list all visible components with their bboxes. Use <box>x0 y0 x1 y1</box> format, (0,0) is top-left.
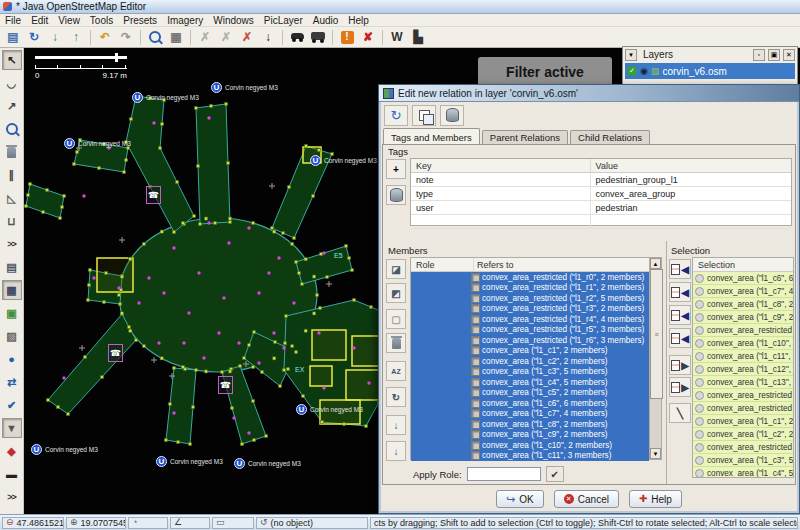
bus-profile-button[interactable] <box>308 28 328 46</box>
window-titlebar[interactable]: * Java OpenStreetMap Editor <box>0 0 800 14</box>
download-members-button[interactable] <box>440 105 464 126</box>
menu-file[interactable]: File <box>0 15 26 26</box>
members-scrollbar[interactable]: ▲ ≡ ▼ <box>649 257 662 460</box>
add-selected-at-end-button[interactable]: ◩ <box>386 283 406 303</box>
draw-node-tool-button[interactable]: ↗ <box>2 96 22 116</box>
selection-row[interactable]: convex_area ("l1_c7", 4 members) <box>693 285 793 298</box>
selection-row[interactable]: convex_area ("l1_c11", 3 members) <box>693 350 793 363</box>
tag-row[interactable]: typeconvex_area_group <box>411 187 791 201</box>
tag-row[interactable]: userpedestrian <box>411 201 791 215</box>
tagging-button[interactable]: ▬ <box>2 464 22 484</box>
tag-row[interactable]: notepedestrian_group_l1 <box>411 173 791 187</box>
select-members-button[interactable] <box>412 105 436 126</box>
tag-row-empty[interactable] <box>411 215 791 229</box>
move-member-up-button[interactable]: ↓ <box>386 415 406 435</box>
search-button[interactable] <box>145 28 165 46</box>
undo-button[interactable]: ↶ <box>95 28 115 46</box>
selection-row[interactable]: convex_area ("l1_c13", 6 members) <box>693 376 793 389</box>
selection-row[interactable]: convex_area ("l1_c6", 6 members) <box>693 272 793 285</box>
member-row[interactable]: convex_area_restricted ("l1_r6", 3 membe… <box>411 335 649 346</box>
parallel-way-tool-button[interactable]: ∥ <box>2 165 22 185</box>
duplicate-member-button[interactable]: ▢ <box>386 309 406 329</box>
member-row[interactable]: convex_area ("l1_c9", 2 members) <box>411 430 649 441</box>
layers-dock-button[interactable]: ▣ <box>768 49 780 61</box>
member-row[interactable]: convex_area ("l1_c8", 2 members) <box>411 419 649 430</box>
delete-tool-button[interactable] <box>2 142 22 162</box>
add-tag-button[interactable]: + <box>386 159 406 179</box>
add-selected-at-start-button[interactable]: ◪ <box>386 259 406 279</box>
improve-accuracy-tool-button[interactable]: ◺ <box>2 188 22 208</box>
delete-tag-button[interactable] <box>386 185 406 205</box>
tab-tags-and-members[interactable]: Tags and Members <box>383 128 480 145</box>
menu-windows[interactable]: Windows <box>208 15 259 26</box>
help-button[interactable]: ✚ Help <box>629 490 682 508</box>
selection-row[interactable]: convex_area_restricted ("l1_r2", 5 membe… <box>693 402 793 415</box>
menu-imagery[interactable]: Imagery <box>162 15 208 26</box>
member-row[interactable]: convex_area_restricted ("l1_r5", 3 membe… <box>411 325 649 336</box>
combine-tool-button[interactable]: ✗ <box>237 28 257 46</box>
member-row[interactable]: convex_area ("l1_c5", 2 members) <box>411 388 649 399</box>
download-data-button[interactable]: ↓ <box>45 28 65 46</box>
more-tools-button[interactable]: >> <box>2 234 22 254</box>
ok-button[interactable]: ↪ OK <box>496 490 544 508</box>
layers-sticky-button[interactable]: ▫ <box>753 49 765 61</box>
refresh-relation-button[interactable]: ↻ <box>384 105 408 126</box>
selection-row[interactable]: convex_area ("l1_c8", 2 members) <box>693 298 793 311</box>
tab-child-relations[interactable]: Child Relations <box>570 130 650 145</box>
validate-button[interactable]: ✔ <box>2 395 22 415</box>
scroll-down-button[interactable]: ▼ <box>650 448 661 459</box>
selection-row[interactable]: convex_area ("l1_c4", 5 members) <box>693 467 793 478</box>
menu-audio[interactable]: Audio <box>308 15 344 26</box>
layers-close-button[interactable]: ✕ <box>783 49 795 61</box>
menu-tools[interactable]: Tools <box>85 15 118 26</box>
tags-table[interactable]: Key Value notepedestrian_group_l1typecon… <box>410 158 792 226</box>
member-row[interactable]: convex_area ("l1_c11", 3 members) <box>411 451 649 462</box>
member-row[interactable]: convex_area ("l1_c2", 2 members) <box>411 356 649 367</box>
menu-piclayer[interactable]: PicLayer <box>259 15 308 26</box>
member-row[interactable]: convex_area ("l1_c1", 2 members) <box>411 346 649 357</box>
histogram-button[interactable]: ▙ <box>408 28 428 46</box>
selection-row[interactable]: convex_area ("l1_c1", 2 members) <box>693 415 793 428</box>
gps-layer-button[interactable]: ● <box>2 349 22 369</box>
layer-active-check-icon[interactable]: ✓ <box>627 66 637 76</box>
redo-button[interactable]: ↷ <box>116 28 136 46</box>
reverse-order-button[interactable]: ↻ <box>386 387 406 407</box>
selection-row[interactable]: convex_area ("l1_c3", 5 members) <box>693 454 793 467</box>
dialog-titlebar[interactable]: Edit new relation in layer 'corvin_v6.os… <box>379 85 799 102</box>
add-before-first-button[interactable]: ◀ <box>669 282 691 302</box>
menu-help[interactable]: Help <box>343 15 374 26</box>
layer-row[interactable]: ✓ ◉ ▧ corvin_v6.osm <box>625 63 795 79</box>
menu-presets[interactable]: Presets <box>118 15 162 26</box>
member-row[interactable]: convex_area_restricted ("l1_r1", 2 membe… <box>411 283 649 294</box>
add-all-at-start-button[interactable]: ◀ <box>669 259 691 279</box>
selection-row[interactable]: convex_area ("l1_c2", 2 members) <box>693 428 793 441</box>
members-table[interactable]: Role Refers to convex_area_restricted ("… <box>410 257 650 460</box>
extrude-tool-button[interactable]: ⊔ <box>2 211 22 231</box>
layer-visibility-eye-icon[interactable]: ◉ <box>640 67 648 76</box>
add-after-last-button[interactable]: ◀ <box>669 305 691 325</box>
selection-table[interactable]: Selection convex_area ("l1_c6", 6 member… <box>692 257 794 478</box>
tab-parent-relations[interactable]: Parent Relations <box>482 130 568 145</box>
lasso-tool-button[interactable]: ◡ <box>2 73 22 93</box>
sync-data-button[interactable]: ↻ <box>24 28 44 46</box>
apply-role-input[interactable] <box>467 467 541 481</box>
add-at-position-alt-button[interactable]: ▶ <box>669 377 691 397</box>
member-row[interactable]: convex_area ("l1_c3", 5 members) <box>411 367 649 378</box>
member-row[interactable]: convex_area_restricted ("l1_r3", 2 membe… <box>411 304 649 315</box>
delete-button[interactable]: ✘ <box>358 28 378 46</box>
member-row[interactable]: convex_area ("l1_c10", 2 members) <box>411 440 649 451</box>
data-layer-button[interactable]: ▣ <box>2 303 22 323</box>
select-tool-button[interactable]: ↖ <box>2 50 22 70</box>
menu-edit[interactable]: Edit <box>26 15 53 26</box>
scroll-up-button[interactable]: ▲ <box>650 258 661 269</box>
selection-row[interactable]: convex_area_restricted ("l1_r4", 4 membe… <box>693 324 793 337</box>
minimap-toggle-button[interactable]: ▦ <box>2 280 22 300</box>
upload-data-button[interactable]: ↑ <box>66 28 86 46</box>
wikipedia-button[interactable]: W <box>387 28 407 46</box>
merge-tool-button[interactable]: ✗ <box>195 28 215 46</box>
cancel-button[interactable]: ✕ Cancel <box>554 490 619 508</box>
sort-members-button[interactable]: AZ <box>386 361 406 381</box>
add-at-position-button[interactable]: ▶ <box>669 355 691 375</box>
member-row[interactable]: convex_area_restricted ("l1_r2", 5 membe… <box>411 293 649 304</box>
toggle-panel-button[interactable]: ▤ <box>2 257 22 277</box>
